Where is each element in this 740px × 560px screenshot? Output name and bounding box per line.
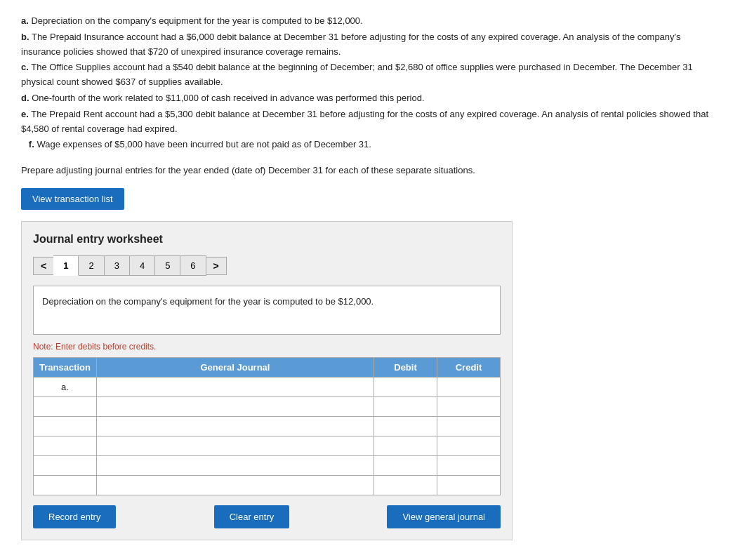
transaction-cell (34, 417, 97, 436)
intro-item-b: b. The Prepaid Insurance account had a $… (21, 30, 719, 60)
journal-worksheet: Journal entry worksheet < 1 2 3 4 5 6 > … (21, 221, 513, 540)
transaction-cell (34, 476, 97, 495)
note-text: Note: Enter debits before credits. (33, 342, 501, 352)
worksheet-title: Journal entry worksheet (33, 233, 501, 246)
debit-input[interactable] (374, 378, 437, 396)
intro-item-d: d. One-fourth of the work related to $11… (21, 91, 719, 106)
debit-cell[interactable] (374, 397, 437, 417)
clear-entry-button[interactable]: Clear entry (214, 505, 290, 528)
credit-input[interactable] (437, 476, 500, 495)
debit-input[interactable] (374, 397, 437, 416)
general-journal-input[interactable] (97, 456, 374, 475)
general-journal-header: General Journal (96, 358, 374, 378)
tab-2-button[interactable]: 2 (79, 255, 104, 276)
action-buttons: Record entry Clear entry View general jo… (33, 505, 501, 528)
debit-cell[interactable] (374, 476, 437, 495)
general-journal-input[interactable] (97, 378, 374, 396)
view-journal-button[interactable]: View general journal (387, 505, 501, 528)
transaction-cell (34, 397, 97, 417)
debit-cell[interactable] (374, 417, 437, 436)
tab-navigation: < 1 2 3 4 5 6 > (33, 255, 501, 276)
table-row (34, 417, 501, 436)
general-journal-cell[interactable] (96, 436, 374, 456)
credit-cell[interactable] (437, 397, 501, 417)
journal-table: Transaction General Journal Debit Credit… (33, 357, 501, 495)
record-entry-button[interactable]: Record entry (33, 505, 116, 528)
debit-cell[interactable] (374, 456, 437, 476)
table-row (34, 456, 501, 476)
tab-5-button[interactable]: 5 (155, 255, 180, 276)
transaction-header: Transaction (34, 358, 97, 378)
tab-prev-button[interactable]: < (33, 257, 53, 275)
intro-item-e: e. The Prepaid Rent account had a $5,300… (21, 107, 719, 137)
credit-cell[interactable] (437, 476, 501, 495)
credit-cell[interactable] (437, 436, 501, 456)
intro-item-c: c. The Office Supplies account had a $54… (21, 60, 719, 90)
general-journal-input[interactable] (97, 436, 374, 455)
credit-input[interactable] (437, 378, 500, 396)
view-transaction-button[interactable]: View transaction list (21, 188, 124, 210)
credit-cell[interactable] (437, 417, 501, 436)
credit-cell[interactable] (437, 378, 501, 397)
credit-input[interactable] (437, 397, 500, 416)
credit-input[interactable] (437, 436, 500, 455)
debit-cell[interactable] (374, 436, 437, 456)
general-journal-cell[interactable] (96, 476, 374, 495)
general-journal-cell[interactable] (96, 456, 374, 476)
intro-item-a: a. Depreciation on the company's equipme… (21, 14, 719, 29)
table-row (34, 397, 501, 417)
table-row (34, 436, 501, 456)
general-journal-cell[interactable] (96, 417, 374, 436)
prepare-text: Prepare adjusting journal entries for th… (21, 165, 719, 175)
general-journal-input[interactable] (97, 397, 374, 416)
intro-item-f: f. Wage expenses of $5,000 have been inc… (21, 138, 719, 152)
general-journal-cell[interactable] (96, 397, 374, 417)
tab-1-button[interactable]: 1 (53, 255, 79, 276)
credit-header: Credit (437, 358, 501, 378)
intro-section: a. Depreciation on the company's equipme… (21, 14, 719, 152)
general-journal-cell[interactable] (96, 378, 374, 397)
general-journal-input[interactable] (97, 476, 374, 495)
transaction-cell (34, 456, 97, 476)
credit-cell[interactable] (437, 456, 501, 476)
debit-cell[interactable] (374, 378, 437, 397)
debit-header: Debit (374, 358, 437, 378)
general-journal-input[interactable] (97, 417, 374, 436)
debit-input[interactable] (374, 417, 437, 436)
credit-input[interactable] (437, 456, 500, 475)
tab-3-button[interactable]: 3 (105, 255, 130, 276)
credit-input[interactable] (437, 417, 500, 436)
tab-4-button[interactable]: 4 (130, 255, 155, 276)
debit-input[interactable] (374, 436, 437, 455)
tab-6-button[interactable]: 6 (180, 255, 206, 276)
table-row (34, 476, 501, 495)
table-row: a. (34, 378, 501, 397)
debit-input[interactable] (374, 456, 437, 475)
tab-next-button[interactable]: > (206, 257, 227, 275)
transaction-cell: a. (34, 378, 97, 397)
entry-description: Depreciation on the company's equipment … (33, 286, 501, 335)
transaction-cell (34, 436, 97, 456)
debit-input[interactable] (374, 476, 437, 495)
